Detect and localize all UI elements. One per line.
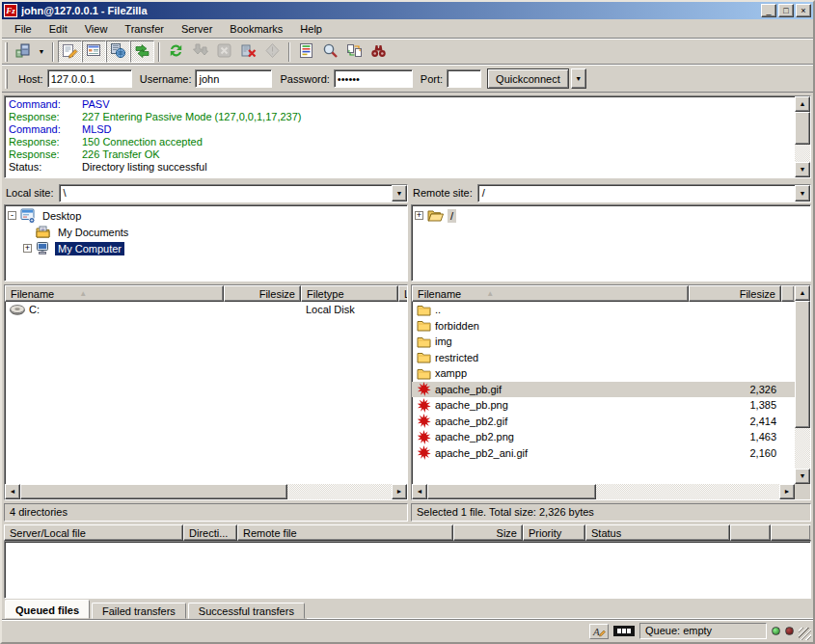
- remote-file-row[interactable]: apache_pb2.gif2,414: [412, 414, 795, 430]
- open-site-manager-button[interactable]: [11, 40, 35, 63]
- menu-help[interactable]: Help: [291, 20, 331, 38]
- column-header-filetype[interactable]: Filetype: [301, 285, 398, 302]
- remote-file-row[interactable]: forbidden: [412, 318, 795, 335]
- log-scrollbar-thumb[interactable]: [795, 112, 810, 145]
- local-site-combobox[interactable]: \ ▼: [59, 184, 408, 202]
- menu-bar: FileEditViewTransferServerBookmarksHelp: [2, 19, 813, 39]
- username-input[interactable]: [195, 69, 272, 88]
- find-files-button[interactable]: [367, 40, 391, 63]
- remote-hscroll-thumb[interactable]: [427, 484, 596, 499]
- filesize-cell: 2,414: [689, 416, 781, 427]
- chevron-down-icon[interactable]: ▼: [795, 185, 810, 201]
- synchronized-browsing-button[interactable]: [342, 40, 367, 63]
- menu-view[interactable]: View: [76, 20, 117, 38]
- menu-edit[interactable]: Edit: [41, 20, 76, 38]
- column-header-priority[interactable]: Priority: [523, 524, 585, 541]
- remote-file-row[interactable]: apache_pb.gif2,326: [412, 382, 795, 398]
- column-header-filesize[interactable]: Filesize: [689, 285, 781, 302]
- column-header-blank[interactable]: [730, 524, 771, 541]
- cancel-icon: [216, 42, 232, 61]
- column-header-directi[interactable]: Directi...: [183, 524, 237, 541]
- filezilla-logo-icon: Fz: [4, 4, 17, 17]
- toggle-message-log-button[interactable]: [58, 40, 82, 63]
- refresh-file-lists-button[interactable]: [164, 40, 188, 63]
- maximize-button[interactable]: □: [778, 4, 794, 17]
- resize-grip[interactable]: [799, 628, 811, 640]
- status-bar: A Queue: empty: [2, 619, 813, 642]
- apache-icon: [417, 445, 431, 460]
- sitemgr-icon: [14, 42, 31, 61]
- column-header-filename[interactable]: Filename▲: [5, 285, 224, 302]
- directory-comparison-button[interactable]: [318, 40, 342, 63]
- remote-site-combobox[interactable]: / ▼: [477, 184, 811, 202]
- quickconnect-grip[interactable]: [5, 69, 8, 89]
- column-header-filesize[interactable]: Filesize: [224, 285, 301, 302]
- log-line-label: Response:: [9, 111, 82, 123]
- close-button[interactable]: ×: [796, 4, 811, 17]
- filename-text: apache_pb2.gif: [435, 416, 507, 427]
- local-hscrollbar[interactable]: ◄ ►: [5, 484, 407, 499]
- remote-file-row[interactable]: restricted: [412, 350, 795, 366]
- remote-file-row[interactable]: apache_pb2.png1,463: [412, 429, 795, 445]
- minimize-button[interactable]: _: [761, 4, 776, 17]
- remote-vscrollbar[interactable]: ▲ ▼: [795, 285, 810, 499]
- scroll-up-icon[interactable]: ▲: [795, 285, 810, 301]
- scroll-down-icon[interactable]: ▼: [795, 162, 810, 177]
- remote-file-row[interactable]: img: [412, 334, 795, 350]
- expand-icon[interactable]: +: [23, 244, 32, 253]
- directory-listing-filters-button[interactable]: [294, 40, 318, 63]
- toolbar-grip[interactable]: [5, 42, 8, 62]
- column-header-l[interactable]: L: [398, 285, 407, 302]
- tree-item-desktop[interactable]: -Desktop: [7, 207, 405, 224]
- toggle-transfer-queue-button[interactable]: [130, 40, 154, 63]
- collapse-icon[interactable]: -: [8, 211, 16, 220]
- chevron-down-icon[interactable]: ▼: [392, 185, 407, 201]
- menu-server[interactable]: Server: [173, 20, 221, 38]
- queue-icon: [134, 42, 150, 61]
- menu-file[interactable]: File: [6, 20, 41, 38]
- column-header-size[interactable]: Size: [453, 524, 523, 541]
- disconnect-button[interactable]: [236, 40, 260, 63]
- column-header-status[interactable]: Status: [585, 524, 730, 541]
- remote-file-row[interactable]: ..: [412, 302, 795, 318]
- toggle-remote-tree-button[interactable]: [106, 40, 130, 63]
- expand-icon[interactable]: +: [415, 211, 423, 220]
- scroll-left-icon[interactable]: ◄: [412, 484, 427, 499]
- local-hscroll-thumb[interactable]: [20, 484, 287, 499]
- scroll-right-icon[interactable]: ►: [392, 484, 407, 499]
- toggle-local-tree-button[interactable]: [82, 40, 106, 63]
- tree-item-label: My Computer: [55, 242, 124, 255]
- scroll-left-icon[interactable]: ◄: [5, 484, 20, 499]
- quickconnect-button[interactable]: Quickconnect: [487, 68, 569, 89]
- column-header-filename[interactable]: Filename▲: [412, 285, 689, 302]
- remote-file-row[interactable]: xampp: [412, 365, 795, 382]
- log-scrollbar[interactable]: ▲ ▼: [795, 96, 810, 177]
- tree-item-blank[interactable]: +/: [414, 207, 808, 224]
- quickconnect-dropdown-button[interactable]: ▼: [571, 68, 586, 89]
- tree-item-my-computer[interactable]: +My Computer: [7, 240, 405, 256]
- scroll-up-icon[interactable]: ▲: [795, 96, 810, 112]
- local-status-text: 4 directories: [4, 503, 408, 522]
- remote-file-row[interactable]: apache_pb.png1,385: [412, 397, 795, 414]
- host-input[interactable]: [47, 69, 132, 88]
- tab-failed-transfers[interactable]: Failed transfers: [92, 603, 186, 619]
- remote-vscroll-thumb[interactable]: [795, 301, 810, 428]
- password-input[interactable]: [334, 69, 413, 88]
- tab-successful-transfers[interactable]: Successful transfers: [188, 603, 305, 619]
- local-file-row[interactable]: C:Local Disk: [5, 302, 407, 318]
- menu-transfer[interactable]: Transfer: [116, 20, 173, 38]
- remote-hscrollbar[interactable]: ◄ ►: [412, 484, 810, 499]
- column-header-server-local-file[interactable]: Server/Local file: [4, 524, 183, 541]
- menu-bookmarks[interactable]: Bookmarks: [221, 20, 291, 38]
- tree-item-my-documents[interactable]: My Documents: [7, 224, 405, 240]
- scroll-down-icon[interactable]: ▼: [795, 469, 810, 484]
- quickconnect-bar: Host: Username: Password: Port: Quickcon…: [2, 65, 813, 93]
- sync-icon: [346, 42, 363, 61]
- filename-cell: apache_pb.png: [412, 398, 689, 413]
- scroll-right-icon[interactable]: ►: [779, 484, 795, 499]
- port-input[interactable]: [447, 69, 481, 88]
- column-header-remote-file[interactable]: Remote file: [237, 524, 453, 541]
- site-manager-dropdown-button[interactable]: ▼: [35, 40, 48, 63]
- remote-file-row[interactable]: apache_pb2_ani.gif2,160: [412, 445, 795, 462]
- tab-queued-files[interactable]: Queued files: [5, 600, 90, 619]
